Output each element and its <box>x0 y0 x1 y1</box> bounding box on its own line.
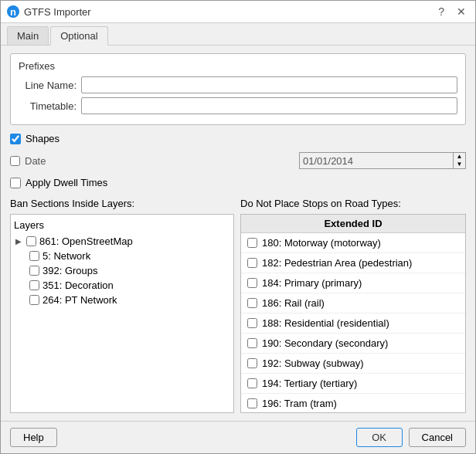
tab-bar: Main Optional <box>1 23 475 46</box>
timetable-label: Timetable: <box>19 100 76 112</box>
window-controls: ? ✕ <box>435 5 469 18</box>
road-item-182: 182: Pedestrian Area (pedestrian) <box>241 253 465 273</box>
road-item-194: 194: Tertiary (tertiary) <box>241 374 465 394</box>
layer-351-label: 351: Decoration <box>42 280 114 291</box>
layers-box[interactable]: Layers ▶ 861: OpenStreetMap 5: Network <box>10 214 234 413</box>
road-196-checkbox[interactable] <box>247 398 257 408</box>
cancel-button[interactable]: Cancel <box>409 428 466 447</box>
line-name-row: Line Name: <box>19 76 457 93</box>
gtfs-importer-window: n GTFS Importer ? ✕ Main Optional Prefix… <box>0 0 476 454</box>
road-item-190: 190: Secondary (secondary) <box>241 334 465 354</box>
road-192-label: 192: Subway (subway) <box>262 357 364 369</box>
layer-861-checkbox[interactable] <box>26 236 36 246</box>
road-194-checkbox[interactable] <box>247 378 257 388</box>
spinner-up-btn[interactable]: ▲ <box>454 153 465 161</box>
apply-dwell-checkbox[interactable] <box>10 178 21 188</box>
road-188-checkbox[interactable] <box>247 318 257 328</box>
timetable-input[interactable] <box>81 97 457 114</box>
road-item-192: 192: Subway (subway) <box>241 354 465 374</box>
layers-panel: Layers ▶ 861: OpenStreetMap 5: Network <box>10 214 234 413</box>
date-row: Date ▲ ▼ <box>10 152 466 169</box>
layer-351-checkbox[interactable] <box>29 280 39 290</box>
layer-item-351: 351: Decoration <box>14 278 230 293</box>
date-spinner[interactable]: ▲ ▼ <box>454 152 466 169</box>
road-184-checkbox[interactable] <box>247 278 257 288</box>
road-190-checkbox[interactable] <box>247 338 257 348</box>
action-buttons: OK Cancel <box>356 428 466 447</box>
line-name-input[interactable] <box>81 76 457 93</box>
spinner-down-btn[interactable]: ▼ <box>454 161 465 168</box>
layer-item-392: 392: Groups <box>14 263 230 278</box>
road-186-label: 186: Rail (rail) <box>262 297 325 309</box>
road-item-184: 184: Primary (primary) <box>241 273 465 293</box>
apply-dwell-label: Apply Dwell Times <box>26 177 107 188</box>
road-types-panel: Extended ID 180: Motorway (motorway) 182… <box>240 214 466 413</box>
date-input-wrap: ▲ ▼ <box>299 152 466 169</box>
road-192-checkbox[interactable] <box>247 358 257 368</box>
road-item-196: 196: Tram (tram) <box>241 394 465 413</box>
close-window-button[interactable]: ✕ <box>454 5 469 18</box>
tab-main[interactable]: Main <box>7 26 49 45</box>
line-name-label: Line Name: <box>19 80 76 91</box>
bottom-bar: Help OK Cancel <box>1 421 475 453</box>
tab-optional[interactable]: Optional <box>50 26 107 46</box>
layers-box-title: Layers <box>14 218 230 234</box>
road-item-188: 188: Residential (residential) <box>241 313 465 334</box>
timetable-row: Timetable: <box>19 97 457 114</box>
window-title: GTFS Importer <box>24 6 430 18</box>
prefixes-group: Prefixes Line Name: Timetable: <box>10 53 466 125</box>
layer-5-checkbox[interactable] <box>29 251 39 261</box>
road-196-label: 196: Tram (tram) <box>262 398 337 409</box>
title-bar: n GTFS Importer ? ✕ <box>1 1 475 23</box>
date-input[interactable] <box>299 152 454 169</box>
layer-item-5: 5: Network <box>14 249 230 263</box>
help-window-button[interactable]: ? <box>435 5 447 18</box>
road-182-label: 182: Pedestrian Area (pedestrian) <box>262 257 412 269</box>
layer-item-861: ▶ 861: OpenStreetMap <box>14 234 230 249</box>
apply-dwell-row: Apply Dwell Times <box>10 177 466 188</box>
road-182-checkbox[interactable] <box>247 258 257 268</box>
date-label: Date <box>25 155 46 167</box>
shapes-label: Shapes <box>26 133 60 144</box>
two-columns: Layers ▶ 861: OpenStreetMap 5: Network <box>10 214 466 413</box>
prefixes-title: Prefixes <box>19 60 457 72</box>
layer-392-label: 392: Groups <box>42 265 98 276</box>
road-190-label: 190: Secondary (secondary) <box>262 337 388 349</box>
layer-264-checkbox[interactable] <box>29 295 39 305</box>
road-item-186: 186: Rail (rail) <box>241 293 465 313</box>
road-types-box[interactable]: Extended ID 180: Motorway (motorway) 182… <box>240 214 466 413</box>
layer-264-label: 264: PT Network <box>42 294 117 306</box>
expand-861-icon[interactable]: ▶ <box>14 237 23 246</box>
date-checkbox[interactable] <box>10 156 20 166</box>
shapes-row: Shapes <box>10 133 466 144</box>
ok-button[interactable]: OK <box>356 428 403 447</box>
road-180-label: 180: Motorway (motorway) <box>262 237 381 249</box>
shapes-checkbox[interactable] <box>10 134 21 144</box>
road-types-label: Do Not Place Stops on Road Types: <box>240 198 466 209</box>
road-types-header: Extended ID <box>241 215 465 233</box>
road-194-label: 194: Tertiary (tertiary) <box>262 378 357 389</box>
road-188-label: 188: Residential (residential) <box>262 317 389 329</box>
road-184-label: 184: Primary (primary) <box>262 277 362 289</box>
layer-861-label: 861: OpenStreetMap <box>39 235 133 247</box>
road-item-180: 180: Motorway (motorway) <box>241 233 465 253</box>
two-column-labels: Ban Sections Inside Layers: Do Not Place… <box>10 198 466 209</box>
main-content: Prefixes Line Name: Timetable: Shapes Da… <box>1 46 475 421</box>
app-icon: n <box>7 5 19 18</box>
road-186-checkbox[interactable] <box>247 298 257 308</box>
ban-sections-label: Ban Sections Inside Layers: <box>10 198 234 209</box>
layer-item-264: 264: PT Network <box>14 293 230 307</box>
help-button[interactable]: Help <box>10 428 57 447</box>
road-180-checkbox[interactable] <box>247 238 257 248</box>
layer-392-checkbox[interactable] <box>29 266 39 276</box>
layer-5-label: 5: Network <box>42 250 90 262</box>
